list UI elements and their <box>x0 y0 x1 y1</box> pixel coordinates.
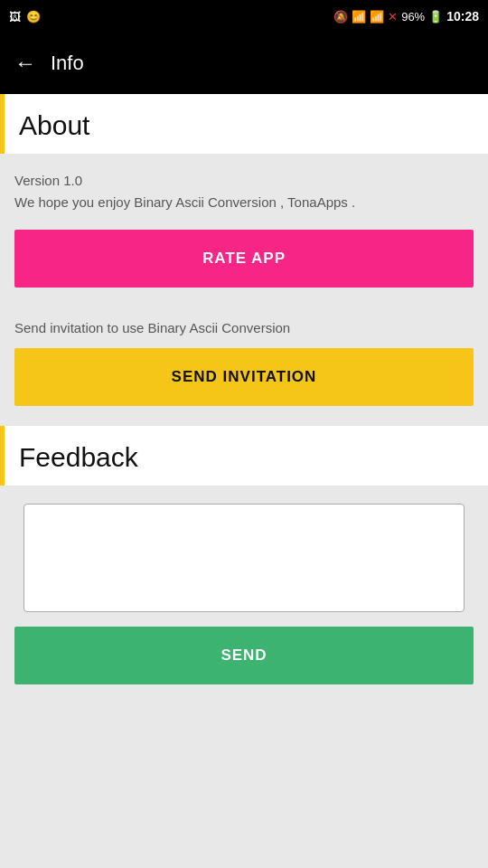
back-button[interactable]: ← <box>14 51 36 76</box>
battery-percent: 96% <box>401 10 425 24</box>
send-invitation-button[interactable]: SEND INVITATION <box>14 348 474 406</box>
clock: 10:28 <box>446 9 479 24</box>
about-section-body: Version 1.0 We hope you enjoy Binary Asc… <box>0 154 488 306</box>
about-section-title: About <box>5 94 488 154</box>
version-text: Version 1.0 We hope you enjoy Binary Asc… <box>14 170 474 213</box>
version-line1: Version 1.0 <box>14 173 82 188</box>
about-section-card: About <box>0 94 488 154</box>
app-bar: ← Info <box>0 33 488 94</box>
no-signal-icon: ✕ <box>388 10 398 24</box>
feedback-textarea[interactable] <box>23 504 465 612</box>
invitation-section: Send invitation to use Binary Ascii Conv… <box>0 306 488 419</box>
battery-icon: 🔋 <box>428 10 443 24</box>
content-area: About Version 1.0 We hope you enjoy Bina… <box>0 94 488 699</box>
status-left-icons: 🖼 😊 <box>9 10 41 24</box>
signal-icon: 📶 <box>370 10 384 24</box>
invitation-text: Send invitation to use Binary Ascii Conv… <box>14 320 474 335</box>
feedback-section-title: Feedback <box>5 426 488 486</box>
rate-app-button[interactable]: RATE APP <box>14 230 474 288</box>
wifi-icon: 📶 <box>352 10 366 24</box>
status-bar: 🖼 😊 🔕 📶 📶 ✕ 96% 🔋 10:28 <box>0 0 488 33</box>
page-title: Info <box>51 52 84 75</box>
mute-icon: 🔕 <box>333 10 348 24</box>
gallery-icon: 🖼 <box>9 10 21 24</box>
send-feedback-button[interactable]: SEND <box>14 627 474 684</box>
version-line2: We hope you enjoy Binary Ascii Conversio… <box>14 194 355 210</box>
feedback-section-card: Feedback <box>0 426 488 486</box>
face-icon: 😊 <box>26 10 41 24</box>
feedback-section-body: SEND <box>0 486 488 699</box>
status-right-icons: 🔕 📶 📶 ✕ 96% 🔋 10:28 <box>333 9 479 24</box>
